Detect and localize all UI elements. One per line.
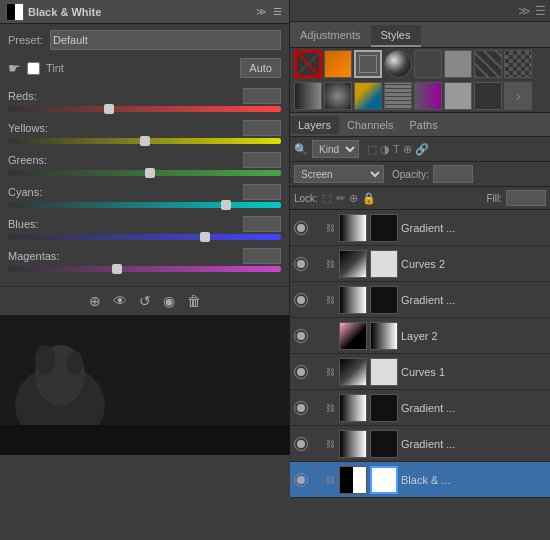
adj-icon-lighter2[interactable] — [444, 82, 472, 110]
greens-track[interactable] — [8, 170, 281, 176]
magentas-track[interactable] — [8, 266, 281, 272]
blues-label: Blues: — [8, 218, 39, 230]
filter-pixel-icon[interactable]: ⬚ — [367, 143, 377, 156]
tab-paths[interactable]: Paths — [402, 116, 446, 134]
layer-visibility-toggle[interactable] — [294, 257, 308, 271]
adj-icon-grad1[interactable] — [294, 82, 322, 110]
layer-name: Black & ... — [401, 474, 546, 486]
greens-value[interactable]: 31 — [243, 152, 281, 168]
filter-shape-icon[interactable]: ⊕ — [403, 143, 412, 156]
adj-icon-dark[interactable] — [414, 50, 442, 78]
layer-mask-thumbnail — [370, 430, 398, 458]
layer-chain-icon: ⛓ — [326, 223, 336, 233]
svg-point-4 — [67, 351, 83, 375]
preset-select[interactable]: Default — [50, 30, 281, 50]
yellows-thumb[interactable] — [140, 136, 150, 146]
layer-chain-icon: ⛓ — [326, 403, 336, 413]
cyans-thumb[interactable] — [221, 200, 231, 210]
reds-track[interactable] — [8, 106, 281, 112]
lock-all-icon[interactable]: 🔒 — [362, 192, 376, 205]
greens-thumb[interactable] — [145, 168, 155, 178]
panel-expand-icon[interactable]: ≫ — [255, 6, 267, 18]
layer-row[interactable]: ⛓Gradient ... — [290, 282, 550, 318]
adj-icon-orange[interactable] — [324, 50, 352, 78]
opacity-input[interactable]: 100% — [433, 165, 473, 183]
adj-icon-specular[interactable] — [474, 82, 502, 110]
magentas-slider-row: Magentas: — [8, 248, 281, 272]
reds-value[interactable]: -31 — [243, 88, 281, 104]
layer-row[interactable]: ⛓Black & ... — [290, 462, 550, 498]
kind-select[interactable]: Kind — [312, 140, 359, 158]
tab-layers[interactable]: Layers — [290, 116, 339, 134]
blues-thumb[interactable] — [200, 232, 210, 242]
adj-icon-pattern1[interactable] — [474, 50, 502, 78]
magentas-thumb[interactable] — [112, 264, 122, 274]
layer-visibility-toggle[interactable] — [294, 329, 308, 343]
adj-icon-lighter[interactable] — [444, 50, 472, 78]
fill-label: Fill: — [486, 193, 502, 204]
fill-input[interactable]: 100% — [506, 190, 546, 206]
preview-icon[interactable]: ◉ — [163, 293, 175, 309]
lock-pixels-icon[interactable]: ✏ — [336, 192, 345, 205]
add-adjustment-icon[interactable]: ⊕ — [89, 293, 101, 309]
adj-icon-dots[interactable] — [384, 82, 412, 110]
properties-panel-header: Black & White ≫ ☰ — [0, 0, 289, 24]
layer-visibility-toggle[interactable] — [294, 221, 308, 235]
cyans-track[interactable] — [8, 202, 281, 208]
lock-position-icon[interactable]: ⊕ — [349, 192, 358, 205]
layer-row[interactable]: ⛓Gradient ... — [290, 426, 550, 462]
tint-label: Tint — [46, 62, 64, 74]
adj-icon-redx[interactable] — [294, 50, 322, 78]
tab-adjustments[interactable]: Adjustments — [290, 25, 371, 47]
filter-type-icon[interactable]: T — [393, 143, 400, 156]
blend-mode-select[interactable]: Screen Normal Multiply — [294, 165, 384, 183]
visibility-icon[interactable]: 👁 — [113, 293, 127, 309]
yellows-track[interactable] — [8, 138, 281, 144]
photo-svg — [0, 315, 290, 455]
layer-row[interactable]: ⛓Curves 2 — [290, 246, 550, 282]
adj-icon-checker[interactable] — [504, 50, 532, 78]
panel-options-icon[interactable]: ≫ — [518, 4, 531, 18]
adj-icon-sphere[interactable] — [384, 50, 412, 78]
layer-name: Gradient ... — [401, 222, 546, 234]
adj-icon-grad2[interactable] — [324, 82, 352, 110]
layer-visibility-toggle[interactable] — [294, 365, 308, 379]
layer-visibility-toggle[interactable] — [294, 473, 308, 487]
auto-button[interactable]: Auto — [240, 58, 281, 78]
reset-icon[interactable]: ↺ — [139, 293, 151, 309]
hand-tool-icon[interactable]: ☛ — [8, 60, 21, 76]
layer-visibility-toggle[interactable] — [294, 437, 308, 451]
magentas-value[interactable] — [243, 248, 281, 264]
yellows-value[interactable]: 27 — [243, 120, 281, 136]
delete-icon[interactable]: 🗑 — [187, 293, 201, 309]
adj-icon-purple[interactable] — [414, 82, 442, 110]
layer-row[interactable]: ⛓Gradient ... — [290, 210, 550, 246]
layer-row[interactable]: Layer 2 — [290, 318, 550, 354]
tab-channels[interactable]: Channels — [339, 116, 401, 134]
cyans-value[interactable]: 147 — [243, 184, 281, 200]
adj-icon-arrow[interactable]: › — [504, 82, 532, 110]
tab-styles[interactable]: Styles — [371, 25, 421, 47]
layer-row[interactable]: ⛓Gradient ... — [290, 390, 550, 426]
layer-name: Gradient ... — [401, 402, 546, 414]
layer-visibility-toggle[interactable] — [294, 293, 308, 307]
panel-menu-icon[interactable]: ☰ — [271, 6, 283, 18]
blues-value[interactable]: 116 — [243, 216, 281, 232]
layer-row[interactable]: ⛓Curves 1 — [290, 354, 550, 390]
tint-checkbox[interactable] — [27, 62, 40, 75]
layer-visibility-toggle[interactable] — [294, 401, 308, 415]
filter-adjust-icon[interactable]: ◑ — [380, 143, 390, 156]
layer-name: Curves 2 — [401, 258, 546, 270]
reds-thumb[interactable] — [104, 104, 114, 114]
adj-icons-row1 — [290, 48, 550, 80]
blues-slider-row: Blues: 116 — [8, 216, 281, 240]
layer-mask-thumbnail — [370, 322, 398, 350]
filter-smart-icon[interactable]: 🔗 — [415, 143, 429, 156]
lock-transparent-icon[interactable]: ⬚ — [322, 192, 332, 205]
adj-icon-frame[interactable] — [354, 50, 382, 78]
adj-icon-img[interactable] — [354, 82, 382, 110]
panel-menu2-icon[interactable]: ☰ — [535, 4, 546, 18]
blues-track[interactable] — [8, 234, 281, 240]
svg-line-6 — [298, 54, 318, 74]
lock-row: Lock: ⬚ ✏ ⊕ 🔒 Fill: 100% — [290, 187, 550, 210]
